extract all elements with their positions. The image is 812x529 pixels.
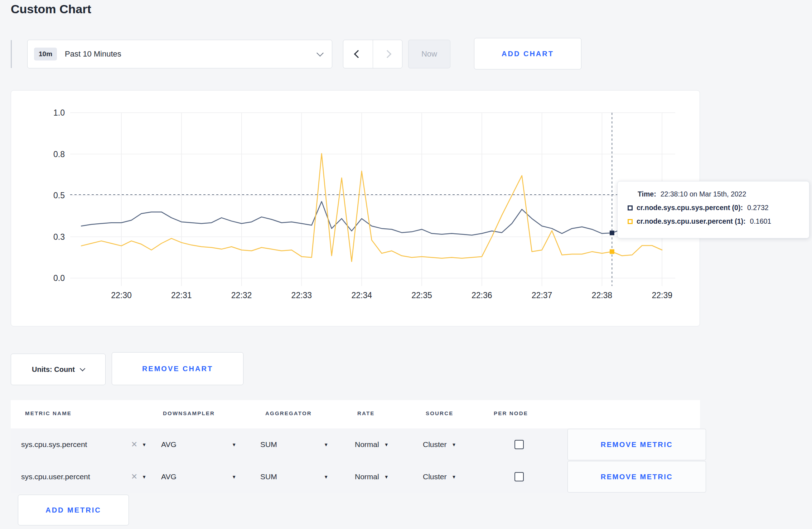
metric-name-select[interactable]: sys.cpu.user.percent ✕ ▼ [21,461,146,493]
time-range-badge: 10m [34,48,57,60]
x-axis-tick-label: 22:30 [111,291,132,300]
clear-metric-icon[interactable]: ✕ [131,440,137,449]
caret-down-icon: ▼ [324,442,328,447]
source-select[interactable]: Cluster ▼ [423,461,456,493]
clear-metric-icon[interactable]: ✕ [131,472,137,481]
downsampler-select[interactable]: AVG ▼ [161,461,236,493]
remove-metric-button[interactable]: REMOVE METRIC [567,429,706,460]
x-axis-tick-label: 22:38 [592,291,613,300]
chart-hover-tooltip: Time: 22:38:10 on Mar 15th, 2022 cr.node… [617,181,809,238]
downsampler-value: AVG [161,440,177,449]
column-header-per-node: PER NODE [494,410,528,416]
add-metric-button[interactable]: ADD METRIC [18,495,129,525]
downsampler-value: AVG [161,472,177,481]
metric-row: sys.cpu.sys.percent ✕ ▼ AVG ▼ SUM ▼ Norm… [11,428,700,461]
column-header-downsampler: DOWNSAMPLER [163,410,215,416]
chevron-left-icon [354,50,362,58]
gridlines [70,113,675,286]
x-axis-tick-label: 22:34 [351,291,372,300]
caret-down-icon: ▼ [452,442,456,447]
caret-down-icon: ▼ [142,442,146,447]
tooltip-series-row: cr.node.sys.cpu.user.percent (1): 0.1601 [628,217,809,225]
x-axis-tick-label: 22:32 [231,291,252,300]
tooltip-series-label: cr.node.sys.cpu.sys.percent (0): [637,204,743,212]
aggregator-select[interactable]: SUM ▼ [260,461,328,493]
source-select[interactable]: Cluster ▼ [423,428,456,461]
time-nav-arrows [343,40,402,68]
now-button[interactable]: Now [408,40,450,68]
metric-name-select[interactable]: sys.cpu.sys.percent ✕ ▼ [21,428,146,461]
caret-down-icon: ▼ [384,442,389,447]
add-chart-button[interactable]: ADD CHART [474,38,581,69]
aggregator-select[interactable]: SUM ▼ [260,428,328,461]
tooltip-series-label: cr.node.sys.cpu.user.percent (1): [637,217,746,225]
series-user-swatch-icon [628,219,633,224]
y-axis-tick-label: 1.0 [53,108,65,117]
x-axis-tick-label: 22:33 [291,291,312,300]
crosshair-dot-1 [610,249,614,254]
chart-card: 0.00.30.50.81.022:3022:3122:3222:3322:34… [11,90,700,326]
chevron-right-icon [383,50,392,58]
metrics-table-header: METRIC NAME DOWNSAMPLER AGGREGATOR RATE … [11,400,700,428]
y-axis-tick-label: 0.5 [53,191,65,200]
caret-down-icon: ▼ [324,474,328,480]
next-interval-button[interactable] [373,40,402,68]
tooltip-time-row: Time: 22:38:10 on Mar 15th, 2022 [638,190,809,198]
tooltip-series-value: 0.1601 [750,217,772,225]
rate-value: Normal [355,472,379,481]
toolbar-divider [11,40,12,68]
tooltip-time-value: 22:38:10 on Mar 15th, 2022 [661,190,746,198]
y-axis-tick-label: 0.0 [53,273,65,283]
aggregator-value: SUM [260,440,277,449]
chevron-down-icon [316,49,324,57]
metric-name-value: sys.cpu.user.percent [21,472,125,481]
caret-down-icon: ▼ [384,474,389,480]
metric-name-value: sys.cpu.sys.percent [21,440,125,449]
metric-row: sys.cpu.user.percent ✕ ▼ AVG ▼ SUM ▼ Nor… [11,461,700,493]
series-line-0 [81,202,662,235]
rate-value: Normal [355,440,379,449]
caret-down-icon: ▼ [452,474,456,480]
units-dropdown[interactable]: Units: Count [11,354,106,385]
y-axis-tick-label: 0.8 [53,150,65,159]
column-header-aggregator: AGGREGATOR [265,410,312,416]
metrics-table: METRIC NAME DOWNSAMPLER AGGREGATOR RATE … [11,400,700,493]
per-node-checkbox[interactable] [514,472,524,481]
series-line-1 [81,154,662,262]
caret-down-icon: ▼ [232,442,236,447]
time-range-label: Past 10 Minutes [65,49,121,59]
x-axis-tick-label: 22:39 [652,291,672,300]
page-title: Custom Chart [11,2,91,16]
crosshair-dot-0 [610,230,614,235]
tooltip-series-value: 0.2732 [747,204,769,212]
chevron-down-icon [80,365,86,371]
downsampler-select[interactable]: AVG ▼ [161,428,236,461]
source-value: Cluster [423,440,447,449]
x-axis-tick-label: 22:31 [171,291,192,300]
y-axis-tick-label: 0.3 [53,232,65,242]
rate-select[interactable]: Normal ▼ [355,428,389,461]
units-label: Units: Count [32,365,75,374]
caret-down-icon: ▼ [232,474,236,480]
column-header-source: SOURCE [426,410,453,416]
prev-interval-button[interactable] [343,40,373,68]
per-node-checkbox[interactable] [514,440,524,449]
x-axis-tick-label: 22:36 [472,291,492,300]
rate-select[interactable]: Normal ▼ [355,461,389,493]
remove-chart-button[interactable]: REMOVE CHART [112,352,243,385]
column-header-rate: RATE [357,410,375,416]
series-sys-swatch-icon [628,205,633,210]
time-range-dropdown[interactable]: 10m Past 10 Minutes [27,40,332,68]
tooltip-time-label: Time: [638,190,656,198]
x-axis-tick-label: 22:37 [532,291,552,300]
caret-down-icon: ▼ [142,474,146,480]
tooltip-series-row: cr.node.sys.cpu.sys.percent (0): 0.2732 [628,204,809,212]
column-header-metric-name: METRIC NAME [25,410,72,416]
timeseries-chart[interactable]: 0.00.30.50.81.022:3022:3122:3222:3322:34… [11,91,700,327]
x-axis-tick-label: 22:35 [411,291,432,300]
aggregator-value: SUM [260,472,277,481]
source-value: Cluster [423,472,447,481]
remove-metric-button[interactable]: REMOVE METRIC [567,461,706,492]
